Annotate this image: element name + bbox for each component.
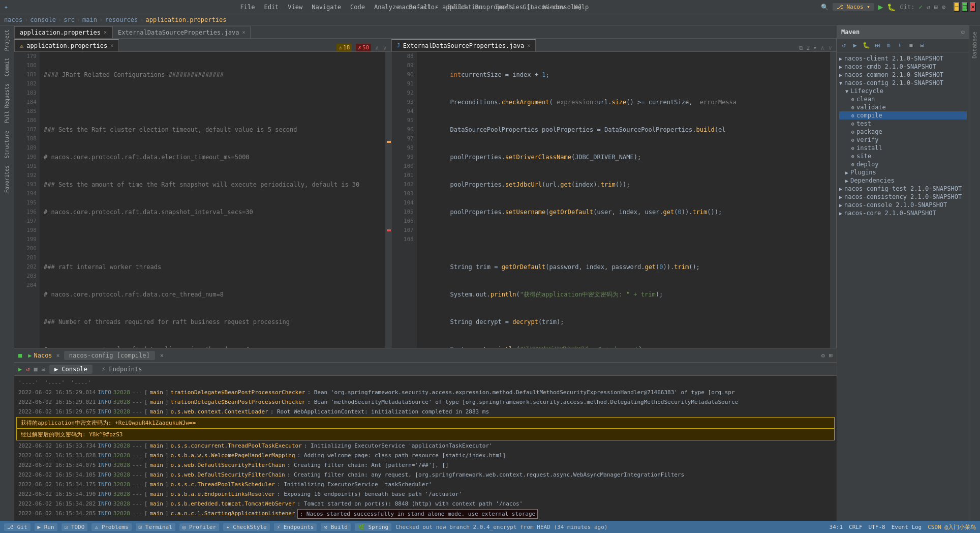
status-git[interactable]: ⎇ Git (4, 523, 30, 531)
sidebar-project-icon[interactable]: Project (1, 27, 13, 53)
pane-tab-java[interactable]: J ExternalDataSourceProperties.java × (391, 39, 536, 51)
nav-up-icon-2[interactable]: ∧ (821, 44, 824, 51)
tree-item-nacos-common[interactable]: ▶ nacos-common 2.1.0-SNAPSHOT (839, 71, 967, 79)
maven-run-icon[interactable]: ▶ (850, 41, 860, 50)
close-pane-right-icon[interactable]: × (527, 43, 530, 48)
tree-item-deploy[interactable]: ⚙ deploy (839, 160, 967, 168)
run-stop-icon[interactable]: ■ (18, 352, 22, 359)
status-checkstyle[interactable]: ✦ CheckStyle (223, 523, 269, 531)
status-position[interactable]: 34:1 (830, 524, 843, 530)
tree-item-nacos-cmdb[interactable]: ▶ nacos-cmdb 2.1.0-SNAPSHOT (839, 63, 967, 71)
run-stop-icon2[interactable]: ■ (34, 366, 37, 373)
nav-down-icon[interactable]: ∨ (383, 44, 386, 51)
tab-console[interactable]: ▶ Console (49, 365, 93, 374)
tree-item-nacos-console[interactable]: ▶ nacos-console 2.1.0-SNAPSHOT (839, 201, 967, 209)
run-compile-tab[interactable]: nacos-config [compile] (64, 351, 155, 360)
nacos-branch[interactable]: ⎇ Nacos ▾ (833, 3, 874, 11)
pane-tab-properties[interactable]: ⚠ application.properties × (14, 39, 119, 51)
maven-skip-icon[interactable]: ⏭ (873, 41, 882, 50)
console-output[interactable]: '----''----''----' 2022-06-02 16:15:29.0… (14, 376, 837, 521)
settings-icon[interactable]: ⚙ (942, 4, 945, 11)
maven-tree[interactable]: ▶ nacos-client 2.1.0-SNAPSHOT ▶ nacos-cm… (837, 52, 969, 521)
run-settings-icon[interactable]: ⚙ (821, 352, 825, 359)
sidebar-pullrequests-icon[interactable]: Pull Requests (1, 81, 13, 125)
status-encoding[interactable]: UTF-8 (869, 524, 885, 530)
maximize-button[interactable]: □ (962, 2, 968, 12)
minimize-button[interactable]: − (954, 2, 960, 12)
status-event-log[interactable]: Event Log (892, 524, 922, 530)
maven-download-icon[interactable]: ⬇ (895, 41, 904, 50)
status-problems[interactable]: ⚠ Problems (91, 523, 131, 531)
checkmark-icon[interactable]: ✓ (918, 4, 922, 11)
run-icon[interactable]: ▶ (878, 2, 883, 12)
tree-item-nacos-consistency[interactable]: ▶ nacos-consistency 2.1.0-SNAPSHOT (839, 193, 967, 201)
menu-navigate[interactable]: Navigate (308, 3, 345, 12)
search-icon[interactable]: 🔍 (821, 4, 829, 11)
nav-down-icon-2[interactable]: ∨ (829, 44, 832, 51)
tree-item-nacos-core[interactable]: ▶ nacos-core 2.1.0-SNAPSHOT (839, 209, 967, 217)
menu-code[interactable]: Code (346, 3, 369, 12)
tree-item-nacos-config[interactable]: ▼ nacos-config 2.1.0-SNAPSHOT (839, 79, 967, 87)
status-todo[interactable]: ☑ TODO (62, 523, 88, 531)
close-pane-icon[interactable]: × (110, 43, 113, 48)
editor-content-left[interactable]: 179 180 181 182 183 184 185 186 187 188 … (14, 52, 391, 348)
code-left[interactable]: #### JRaft Related Configurations ######… (40, 52, 385, 348)
nav-up-icon[interactable]: ∧ (375, 44, 379, 51)
status-profiler[interactable]: ◎ Profiler (179, 523, 219, 531)
editor-content-right[interactable]: 88 89 90 91 92 93 94 95 96 97 98 99 100 … (391, 52, 836, 348)
menu-view[interactable]: View (284, 3, 307, 12)
tree-item-package[interactable]: ⚙ package (839, 128, 967, 136)
tree-item-lifecycle[interactable]: ▼ Lifecycle (839, 87, 967, 95)
tree-item-test[interactable]: ⚙ test (839, 120, 967, 128)
breadcrumb-console[interactable]: console (30, 16, 56, 23)
maven-collapse-icon[interactable]: ⊟ (917, 41, 927, 50)
tree-item-validate[interactable]: ⚙ validate (839, 103, 967, 111)
run-reload-icon[interactable]: ↺ (26, 366, 29, 373)
sidebar-commit-icon[interactable]: Commit (1, 56, 13, 78)
tree-item-nacos-config-test[interactable]: ▶ nacos-config-test 2.1.0-SNAPSHOT (839, 185, 967, 193)
tree-item-clean[interactable]: ⚙ clean (839, 95, 967, 103)
tree-item-compile[interactable]: ⚙ compile (839, 111, 967, 120)
breadcrumb-main[interactable]: main (82, 16, 97, 23)
status-build[interactable]: ⚒ Build (321, 523, 350, 531)
tab-database[interactable]: Database (969, 27, 980, 63)
status-terminal[interactable]: ⊡ Terminal (136, 523, 175, 531)
tab-application-properties[interactable]: application.properties × (14, 26, 112, 38)
close-button[interactable]: × (970, 2, 976, 12)
tree-item-dependencies[interactable]: ▶ Dependencies (839, 176, 967, 185)
tab-endpoints[interactable]: ⚡ Endpoints (97, 365, 147, 374)
refresh-icon[interactable]: ↺ (927, 4, 930, 11)
breadcrumb-file[interactable]: application.properties (146, 16, 227, 23)
breadcrumb-resources[interactable]: resources (105, 16, 138, 23)
run-layout-icon[interactable]: ⊞ (829, 352, 833, 359)
run-clear-icon[interactable]: ⊟ (42, 366, 45, 373)
tree-item-verify[interactable]: ⚙ verify (839, 136, 967, 144)
debug-icon[interactable]: 🐛 (887, 3, 896, 11)
menu-file[interactable]: File (236, 3, 259, 12)
tab-external-datasource[interactable]: ExternalDataSourceProperties.java × (112, 26, 251, 38)
tree-item-plugins[interactable]: ▶ Plugins (839, 168, 967, 176)
maven-tree-icon[interactable]: ≡ (906, 41, 915, 50)
code-right[interactable]: int currentSize = index + 1; Preconditio… (417, 52, 830, 348)
tree-item-site[interactable]: ⚙ site (839, 152, 967, 160)
tree-item-nacos-client[interactable]: ▶ nacos-client 2.1.0-SNAPSHOT (839, 54, 967, 63)
status-spring[interactable]: 🌿 Spring (355, 523, 391, 531)
git-icon[interactable]: Git: (900, 4, 914, 11)
layout-icon[interactable]: ⊞ (934, 4, 938, 11)
maven-settings-icon[interactable]: ⚙ (961, 28, 965, 36)
sidebar-structure-icon[interactable]: Structure (1, 129, 13, 160)
close-tab-icon[interactable]: × (104, 29, 107, 35)
sidebar-favorites-icon[interactable]: Favorites (1, 163, 13, 195)
status-crlf[interactable]: CRLF (849, 524, 863, 530)
maven-debug-icon[interactable]: 🐛 (862, 41, 871, 50)
scroll-gutter-left[interactable] (385, 52, 391, 348)
maven-generate-icon[interactable]: m (884, 41, 893, 50)
breadcrumb-nacos[interactable]: nacos (4, 16, 22, 23)
run-play-icon[interactable]: ▶ (18, 366, 22, 373)
breadcrumb-src[interactable]: src (64, 16, 75, 23)
status-endpoints[interactable]: ⚡ Endpoints (274, 523, 317, 531)
menu-edit[interactable]: Edit (260, 3, 283, 12)
status-run[interactable]: ▶ Run (35, 523, 57, 531)
maven-refresh-icon[interactable]: ↺ (839, 41, 848, 50)
close-tab-icon[interactable]: × (242, 29, 245, 35)
